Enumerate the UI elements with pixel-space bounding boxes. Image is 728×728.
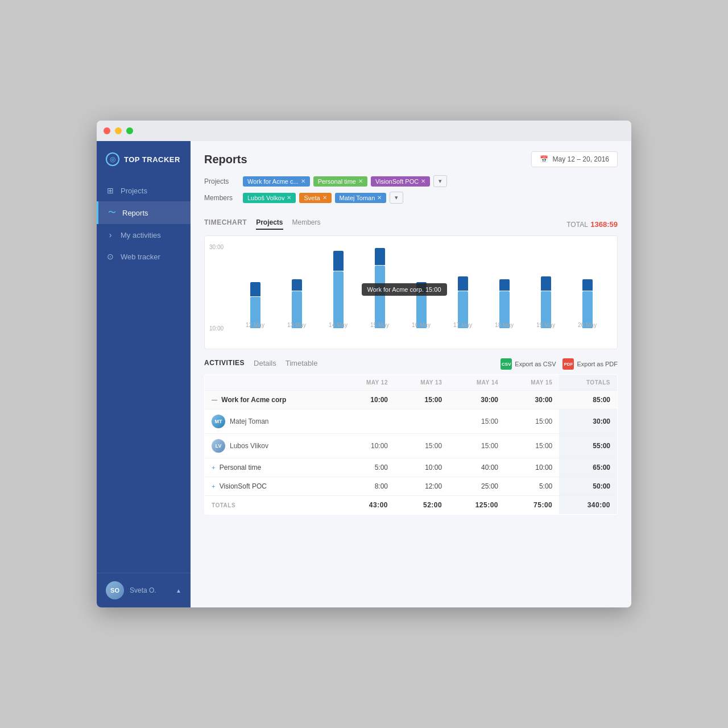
chart-section: TIMECHART Projects Members TOTAL 1368:59… <box>191 214 631 358</box>
remove-sveta-tag[interactable]: ✕ <box>322 195 327 201</box>
bar-segment-dark <box>582 279 593 291</box>
row-lubos-total: 55:00 <box>559 434 617 458</box>
row-matej-may12 <box>341 410 395 434</box>
table-section: ACTIVITIES Details Timetable CSV Export … <box>191 358 631 524</box>
csv-icon: CSV <box>500 358 512 370</box>
export-pdf-button[interactable]: PDF Export as PDF <box>562 358 618 370</box>
totals-label: TOTALS <box>205 496 341 515</box>
activities-icon: › <box>106 230 115 239</box>
tab-projects[interactable]: Projects <box>256 218 283 230</box>
col-header-may14: MAY 14 <box>449 375 505 391</box>
reports-label: Reports <box>122 209 148 217</box>
tab-members[interactable]: Members <box>292 218 321 230</box>
row-matej-total: 30:00 <box>559 410 617 434</box>
row-lubos-may12: 10:00 <box>341 434 395 458</box>
chart-tabs: TIMECHART Projects Members TOTAL 1368:59 <box>204 218 618 230</box>
row-matej-may13 <box>395 410 449 434</box>
projects-label: Projects <box>121 187 147 195</box>
sidebar-footer[interactable]: SO Sveta O. ▲ <box>97 573 191 607</box>
member-tag-lubos[interactable]: Luboš Volkov ✕ <box>243 193 296 203</box>
member-tag-matej[interactable]: Matej Toman ✕ <box>335 193 387 203</box>
row-personal-total: 65:00 <box>559 458 617 477</box>
projects-filter-row: Projects Work for Acme c... ✕ Personal t… <box>204 175 618 187</box>
table-header-row: MAY 12 MAY 13 MAY 14 MAY 15 TOTALS <box>205 375 618 391</box>
tab-details[interactable]: Details <box>254 359 276 370</box>
bar-segment-dark <box>333 251 344 271</box>
chart-col-13may: 13 May <box>276 244 317 328</box>
web-tracker-icon: ⊙ <box>106 252 115 261</box>
sidebar-item-projects[interactable]: ⊞ Projects <box>97 180 191 201</box>
remove-matej-tag[interactable]: ✕ <box>377 195 382 201</box>
expand-icon[interactable]: — <box>212 397 217 403</box>
row-acme-may13: 15:00 <box>395 391 449 410</box>
row-personal-may13: 10:00 <box>395 458 449 477</box>
page-title: Reports <box>204 153 247 166</box>
sidebar-item-my-activities[interactable]: › My activities <box>97 224 191 246</box>
export-buttons: CSV Export as CSV PDF Export as PDF <box>500 358 618 370</box>
project-tag-personal[interactable]: Personal time ✕ <box>313 176 367 187</box>
tab-timechart[interactable]: TIMECHART <box>204 218 247 230</box>
bar-segment-dark <box>292 279 302 291</box>
chart-col-20may: 20 May <box>566 244 608 328</box>
row-lubos-may14: 15:00 <box>449 434 505 458</box>
remove-acme-tag[interactable]: ✕ <box>301 178 305 184</box>
col-header-may13: MAY 13 <box>395 375 449 391</box>
row-acme-may15: 30:00 <box>505 391 559 410</box>
member-tag-sveta[interactable]: Sveta ✕ <box>299 193 331 203</box>
totals-may12: 43:00 <box>341 496 395 515</box>
bar-15may <box>375 248 385 328</box>
bar-segment-dark <box>499 279 510 291</box>
chart-total: TOTAL 1368:59 <box>566 219 618 229</box>
col-header-may15: MAY 15 <box>505 375 559 391</box>
sidebar-item-reports[interactable]: 〜 Reports <box>97 201 191 224</box>
user-name: Sveta O. <box>130 586 170 594</box>
projects-icon: ⊞ <box>106 186 115 195</box>
maximize-dot[interactable] <box>126 127 133 134</box>
remove-personal-tag[interactable]: ✕ <box>358 178 363 184</box>
members-filter-row: Members Luboš Volkov ✕ Sveta ✕ Matej Tom… <box>204 192 618 204</box>
sidebar-item-web-tracker[interactable]: ⊙ Web tracker <box>97 246 191 267</box>
row-visionsoft-may15: 5:00 <box>505 477 559 496</box>
bar-segment-dark <box>458 276 468 291</box>
filters-section: Projects Work for Acme c... ✕ Personal t… <box>191 175 631 214</box>
logo-text: TOP TRACKER <box>124 155 180 164</box>
project-tag-acme[interactable]: Work for Acme c... ✕ <box>243 176 310 187</box>
remove-lubos-tag[interactable]: ✕ <box>287 195 291 201</box>
row-personal-may14: 40:00 <box>449 458 505 477</box>
members-dropdown[interactable]: ▾ <box>390 192 403 204</box>
tab-timetable[interactable]: Timetable <box>286 359 318 370</box>
bar-14may <box>333 251 344 328</box>
calendar-icon: 📅 <box>540 155 548 163</box>
project-tag-visionsoft[interactable]: VisionSoft POC ✕ <box>371 176 430 187</box>
export-csv-button[interactable]: CSV Export as CSV <box>500 358 556 370</box>
chart-bars: 12 May 13 May <box>234 244 608 343</box>
expand-visionsoft-icon[interactable]: + <box>212 483 215 490</box>
row-visionsoft-may12: 8:00 <box>341 477 395 496</box>
chart-col-18may: 18 May <box>483 244 525 328</box>
table-tab-group: ACTIVITIES Details Timetable <box>204 359 317 370</box>
main-content: Reports 📅 May 12 – 20, 2016 Projects Wor… <box>191 141 631 607</box>
remove-visionsoft-tag[interactable]: ✕ <box>421 178 425 184</box>
date-range-button[interactable]: 📅 May 12 – 20, 2016 <box>531 151 618 167</box>
close-dot[interactable] <box>104 127 110 134</box>
chart-col-16may: 16 May <box>400 244 442 328</box>
x-label-18may: 18 May <box>495 322 514 328</box>
bar-17may <box>458 276 468 328</box>
x-label-15may: 15 May <box>370 322 389 328</box>
export-csv-label: Export as CSV <box>515 361 556 367</box>
bar-12may <box>250 282 260 328</box>
sidebar-logo: ◎ TOP TRACKER <box>97 141 191 180</box>
tab-activities[interactable]: ACTIVITIES <box>204 359 245 369</box>
footer-chevron-icon: ▲ <box>176 588 181 594</box>
projects-dropdown[interactable]: ▾ <box>433 175 447 187</box>
user-avatar: SO <box>106 581 124 599</box>
x-label-17may: 17 May <box>453 322 472 328</box>
x-label-16may: 16 May <box>412 322 431 328</box>
row-matej-label: MT Matej Toman <box>205 410 341 434</box>
chart-col-14may: 14 May <box>317 244 359 328</box>
bar-segment-dark <box>541 276 551 291</box>
row-acme-may14: 30:00 <box>449 391 505 410</box>
members-filter-label: Members <box>204 194 237 202</box>
minimize-dot[interactable] <box>115 127 122 134</box>
expand-personal-icon[interactable]: + <box>212 464 215 471</box>
